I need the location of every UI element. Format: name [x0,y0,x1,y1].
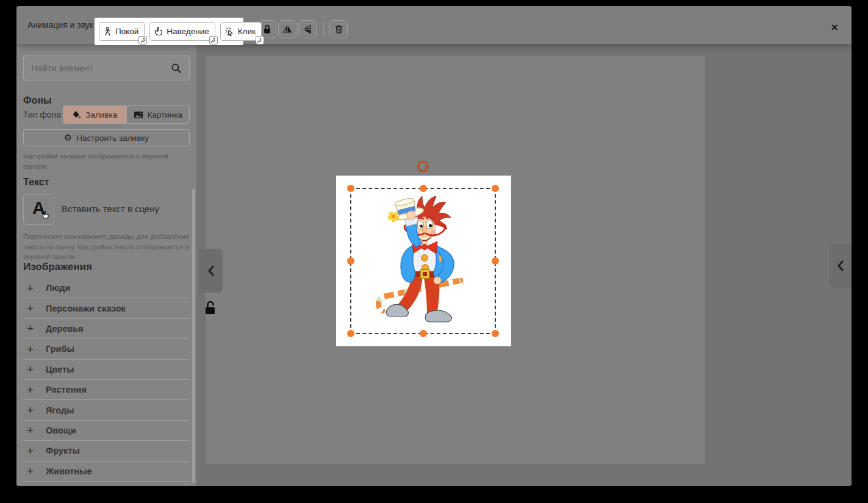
images-section-title: Изображения [23,261,92,273]
category-row-trees[interactable]: + Деревья [23,319,190,339]
plus-icon: + [27,323,38,334]
plus-icon: + [27,343,38,355]
image-categories-list: + Люди + Персонажи сказок + Деревья + Гр… [23,278,190,482]
insert-text-button[interactable]: A [23,194,54,225]
rotate-handle[interactable] [416,160,431,174]
sidebar-scrollbar[interactable] [192,189,195,483]
animation-badge-icon [256,36,264,45]
category-row-vegetables[interactable]: + Овощи [23,421,190,441]
toolbar: Анимация и звук Покой Наведение [16,6,852,44]
image-icon [134,111,143,119]
paint-bucket-icon [72,110,81,119]
insert-text-label: Вставить текст в сцену [62,204,159,214]
category-row-fruits[interactable]: + Фрукты [23,441,190,461]
unlock-toggle[interactable] [203,300,219,316]
text-hint-text: Перенесите или кликните дважды для добав… [23,232,195,262]
animation-badge-icon [138,36,147,45]
selection-handle-se[interactable] [492,330,499,337]
lock-icon [262,24,272,34]
tab-label: Клик [238,27,256,36]
picture-type-button[interactable]: Картинка [126,106,190,123]
text-section-title: Текст [23,177,49,188]
tab-label: Наведение [167,27,209,36]
sidebar: Фоны Тип фона Заливка Картинка [16,44,196,486]
search-input[interactable] [31,63,171,73]
search-icon[interactable] [171,63,182,74]
plus-icon: + [27,445,38,457]
tab-idle-state[interactable]: Покой [99,22,145,41]
category-row-plants[interactable]: + Растения [23,380,190,400]
chevron-left-icon [837,260,844,271]
animation-badge-icon [209,36,218,45]
person-idle-icon [104,27,112,37]
hand-cursor-icon [42,211,50,220]
rotate-icon [416,160,431,174]
selection-box [350,188,496,334]
panel-title: Анимация и звук [27,20,93,30]
search-box [23,55,190,80]
backgrounds-section-title: Фоны [23,95,52,106]
selection-handle-e[interactable] [492,257,499,265]
tab-label: Покой [115,27,138,36]
plus-icon: + [27,404,38,416]
cursor-click-icon [225,27,234,37]
gear-icon: ⚙ [64,134,72,143]
background-type-switch: Заливка Картинка [63,105,190,124]
close-icon: × [831,21,838,34]
category-row-animals[interactable]: + Животные [23,462,190,482]
selection-handle-sw[interactable] [347,330,354,337]
collapse-sidebar-tab[interactable] [199,249,223,293]
category-row-flowers[interactable]: + Цветы [23,360,190,380]
plus-icon: + [27,384,38,396]
background-type-label: Тип фона [23,110,61,120]
category-row-fairytale[interactable]: + Персонажи сказок [23,298,190,318]
selection-handle-s[interactable] [420,330,427,337]
delete-button[interactable] [329,20,348,38]
plus-icon: + [27,424,38,436]
segment-label: Картинка [148,110,182,120]
flip-vertical-icon [303,24,312,34]
selection-handle-ne[interactable] [492,185,499,192]
plus-icon: + [27,363,38,375]
category-row-mushrooms[interactable]: + Грибы [23,339,190,359]
configure-fill-label: Настроить заливку [76,134,149,143]
app-window: Анимация и звук Покой Наведение [16,6,852,486]
plus-icon: + [27,282,38,294]
close-button[interactable]: × [826,19,843,36]
collapse-right-panel-tab[interactable] [829,244,852,288]
tab-hover-state[interactable]: Наведение [149,22,215,41]
category-row-berries[interactable]: + Ягоды [23,400,190,420]
configure-fill-button[interactable]: ⚙ Настроить заливку [23,129,190,146]
flip-horizontal-icon [282,24,292,34]
selection-handle-w[interactable] [347,257,354,265]
unlock-icon [203,300,218,316]
trash-icon [334,24,343,34]
selection-handle-n[interactable] [420,185,427,192]
segment-label: Заливка [85,110,117,120]
toolbar-separator [323,22,324,37]
flip-horizontal-button[interactable] [278,20,296,38]
flip-vertical-button[interactable] [298,20,317,38]
tab-click-state[interactable]: Клик [220,22,262,41]
fill-type-button[interactable]: Заливка [63,106,126,123]
fill-hint-text: Настройки заливки отображаются в верхней… [23,151,193,171]
selection-handle-nw[interactable] [347,185,354,192]
hand-hover-icon [154,27,163,37]
plus-icon: + [27,465,38,477]
category-row-people[interactable]: + Люди [23,278,190,298]
plus-icon: + [27,302,38,314]
chevron-left-icon [207,265,215,276]
tutorial-spotlight: Покой Наведение Кл [95,18,243,45]
